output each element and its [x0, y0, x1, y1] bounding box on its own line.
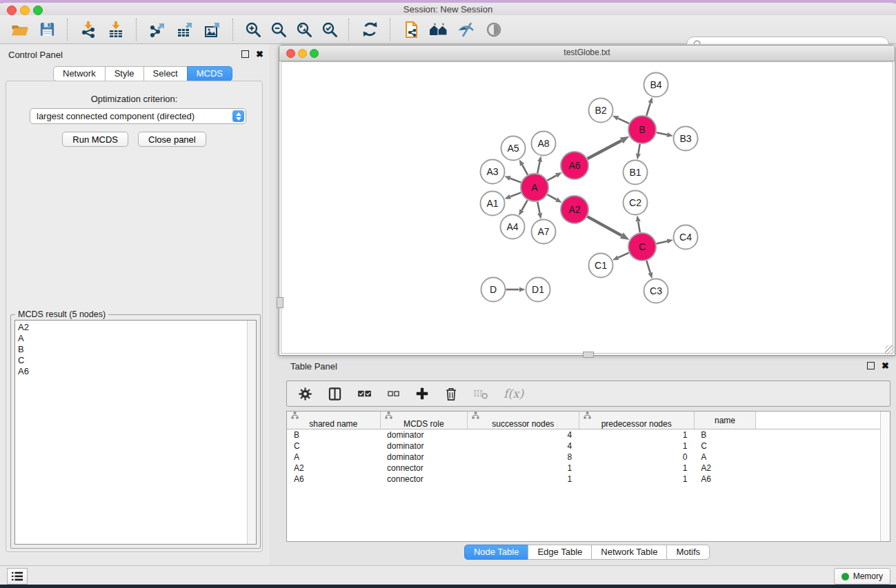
- refresh-view-button[interactable]: [356, 17, 384, 42]
- graph-node-B4[interactable]: B4: [644, 73, 668, 97]
- graph-node-A8[interactable]: A8: [532, 132, 556, 156]
- graph-edge-A2-C[interactable]: [587, 216, 621, 236]
- deselect-all-button[interactable]: [387, 389, 400, 398]
- graph-edge-A-A7[interactable]: [537, 202, 539, 214]
- destroy-view-button[interactable]: [452, 17, 480, 42]
- graph-node-A[interactable]: A: [521, 174, 548, 201]
- add-column-button[interactable]: [415, 387, 429, 401]
- graph-edge-C-C2[interactable]: [638, 221, 640, 232]
- graph-node-A5[interactable]: A5: [501, 136, 526, 161]
- graph-node-A6[interactable]: A6: [561, 152, 588, 179]
- list-scrollbar[interactable]: [247, 321, 256, 544]
- graph-edge-A6-B[interactable]: [588, 141, 621, 159]
- task-history-button[interactable]: [7, 568, 28, 585]
- graph-edge-B-B1[interactable]: [638, 144, 639, 154]
- graph-node-A7[interactable]: A7: [532, 220, 556, 244]
- table-row-a2[interactable]: A2connector11A2: [287, 463, 890, 474]
- zoom-fit-button[interactable]: [291, 17, 317, 42]
- run-mcds-button[interactable]: Run MCDS: [62, 132, 128, 147]
- criterion-select[interactable]: largest connected component (directed): [30, 108, 246, 124]
- tab-network-table[interactable]: Network Table: [591, 545, 667, 560]
- zoom-out-button[interactable]: [266, 17, 291, 42]
- float-panel-icon[interactable]: [867, 362, 875, 369]
- delete-table-button[interactable]: [473, 387, 488, 400]
- clone-network-button[interactable]: [397, 17, 425, 42]
- save-session-button[interactable]: [33, 17, 61, 42]
- function-builder-button[interactable]: f(x): [504, 387, 524, 401]
- graph-node-A1[interactable]: A1: [481, 192, 505, 216]
- graph-node-A4[interactable]: A4: [501, 215, 525, 239]
- graph-node-B3[interactable]: B3: [674, 127, 698, 151]
- resize-grip[interactable]: [885, 345, 894, 354]
- table-row-b[interactable]: Bdominator41B: [287, 429, 890, 441]
- graph-edge-B-B2[interactable]: [618, 119, 629, 124]
- float-panel-icon[interactable]: [241, 50, 249, 58]
- close-panel-icon[interactable]: ✖: [882, 362, 889, 369]
- mcds-result-item-b[interactable]: B: [15, 344, 256, 355]
- graph-edge-B-B3[interactable]: [657, 132, 668, 134]
- column-header-predecessor-nodes[interactable]: predecessor nodes: [579, 412, 694, 429]
- graph-node-C2[interactable]: C2: [624, 191, 648, 215]
- network-canvas[interactable]: B4B2BB3B1A6A5A8A3AA1A4A7A2C2C4CC1C3DD1: [281, 61, 893, 354]
- memory-button[interactable]: Memory: [834, 568, 890, 585]
- import-network-button[interactable]: [74, 17, 102, 42]
- tab-style[interactable]: Style: [105, 66, 144, 81]
- table-row-a[interactable]: Adominator80A: [287, 452, 890, 463]
- tab-select[interactable]: Select: [143, 66, 188, 81]
- table-settings-button[interactable]: [298, 387, 312, 401]
- table-row-c[interactable]: Cdominator41C: [287, 440, 890, 452]
- graph-edge-A-A6[interactable]: [547, 176, 556, 181]
- left-sash-handle[interactable]: [277, 297, 283, 308]
- graph-node-C[interactable]: C: [628, 233, 656, 261]
- graph-node-B2[interactable]: B2: [589, 99, 613, 123]
- column-header-shared-name[interactable]: shared name: [287, 412, 380, 429]
- tab-node-table[interactable]: Node Table: [464, 545, 529, 560]
- graph-edge-C-C4[interactable]: [657, 241, 668, 243]
- graph-edge-C-C3[interactable]: [646, 261, 650, 273]
- graph-edge-A-A3[interactable]: [510, 179, 521, 183]
- graph-node-A2[interactable]: A2: [561, 196, 588, 223]
- table-row-a6[interactable]: A6connector11A6: [287, 474, 890, 485]
- tab-mcds[interactable]: MCDS: [187, 66, 232, 81]
- bottom-sash-handle[interactable]: [583, 352, 594, 358]
- show-hide-panels-button[interactable]: [480, 17, 508, 42]
- home-views-button[interactable]: [425, 17, 452, 42]
- graph-edge-A-A4[interactable]: [522, 200, 528, 210]
- column-header-name[interactable]: name: [694, 412, 755, 429]
- graph-edge-A-A8[interactable]: [537, 162, 539, 174]
- import-table-button[interactable]: [102, 17, 130, 42]
- graph-edge-A-A2[interactable]: [547, 194, 556, 199]
- graph-node-B1[interactable]: B1: [624, 161, 648, 185]
- graph-node-A3[interactable]: A3: [481, 160, 505, 184]
- graph-node-D1[interactable]: D1: [526, 278, 550, 302]
- select-all-button[interactable]: [357, 389, 372, 399]
- tab-edge-table[interactable]: Edge Table: [528, 545, 592, 560]
- column-header-successor-nodes[interactable]: successor nodes: [468, 412, 579, 429]
- mcds-result-item-a2[interactable]: A2: [15, 322, 256, 333]
- column-header-MCDS-role[interactable]: MCDS role: [380, 412, 468, 429]
- open-session-button[interactable]: [6, 17, 33, 42]
- zoom-in-button[interactable]: [240, 17, 266, 42]
- graph-node-C1[interactable]: C1: [589, 254, 613, 278]
- export-table-button[interactable]: [171, 17, 199, 42]
- close-panel-icon[interactable]: ✖: [256, 50, 263, 58]
- graph-edge-C-C1[interactable]: [618, 253, 629, 258]
- mcds-result-item-a6[interactable]: A6: [15, 366, 256, 377]
- tab-network[interactable]: Network: [53, 66, 106, 81]
- table-scrollbar[interactable]: [880, 412, 890, 541]
- graph-edge-A-A1[interactable]: [510, 192, 521, 196]
- close-panel-button[interactable]: Close panel: [138, 132, 206, 147]
- tab-motifs[interactable]: Motifs: [666, 545, 710, 560]
- zoom-selected-button[interactable]: [317, 17, 342, 42]
- graph-node-C4[interactable]: C4: [674, 225, 698, 250]
- delete-column-button[interactable]: [444, 387, 458, 401]
- export-image-button[interactable]: [199, 17, 226, 42]
- graph-edge-A-A5[interactable]: [522, 165, 528, 174]
- mcds-result-item-c[interactable]: C: [15, 355, 256, 366]
- mcds-result-item-a[interactable]: A: [15, 333, 256, 344]
- graph-node-C3[interactable]: C3: [644, 279, 668, 303]
- export-network-button[interactable]: [143, 17, 171, 42]
- column-selector-button[interactable]: [328, 387, 342, 401]
- graph-node-B[interactable]: B: [628, 116, 656, 143]
- graph-edge-B-B4[interactable]: [646, 103, 650, 116]
